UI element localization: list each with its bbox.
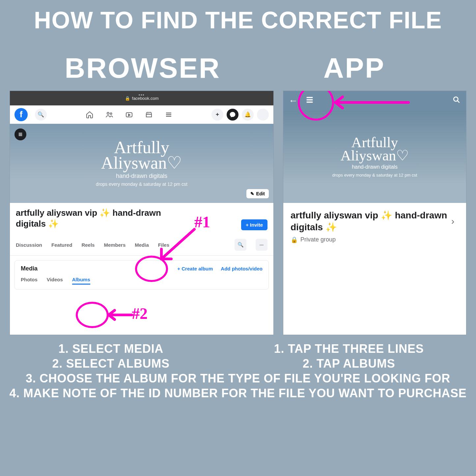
- app-cover-brand2: Aliyswan: [341, 148, 396, 164]
- cover-sub2: drops every monday & saturday at 12 pm c…: [96, 182, 187, 187]
- app-screenshot: ← Artfully Aliyswan♡ hand-drawn digitals…: [283, 91, 466, 335]
- lock-icon: 🔒: [291, 236, 298, 243]
- tab-search-icon[interactable]: 🔍: [235, 239, 246, 251]
- marketplace-icon[interactable]: [145, 111, 153, 119]
- app-header: ←: [283, 91, 466, 111]
- media-card: Media + Create album Add photos/video Ph…: [14, 260, 269, 290]
- create-album-link[interactable]: + Create album: [177, 266, 213, 271]
- tab-more-icon[interactable]: ···: [256, 239, 267, 251]
- group-cover: Artfully Aliyswan♡ hand-drawn digitals d…: [10, 124, 273, 203]
- subtab-albums[interactable]: Albums: [72, 277, 90, 285]
- svg-point-14: [454, 97, 458, 101]
- add-photos-link[interactable]: Add photos/video: [221, 266, 263, 271]
- pencil-icon: ✎: [250, 191, 254, 196]
- annotation-label-2: #2: [132, 304, 148, 322]
- tab-discussion[interactable]: Discussion: [16, 242, 42, 248]
- hamburger-icon[interactable]: [305, 95, 314, 107]
- tab-reels[interactable]: Reels: [81, 242, 95, 248]
- facebook-logo-icon[interactable]: f: [14, 108, 28, 121]
- back-icon[interactable]: ←: [289, 96, 298, 106]
- annotation-arrow-2: [105, 308, 135, 322]
- svg-point-1: [110, 113, 112, 114]
- headline: HOW TO FIND THE CORRECT FILE: [0, 7, 476, 34]
- tab-media[interactable]: Media: [135, 242, 149, 248]
- private-label: Private group: [300, 236, 336, 243]
- edit-label: Edit: [256, 191, 265, 196]
- instruction-browser-1: 1. SELECT MEDIA: [52, 341, 170, 356]
- instruction-shared-4: 4. MAKE NOTE OF THE ID NUMBER FOR THE FI…: [0, 386, 476, 401]
- instruction-shared-3: 3. CHOOSE THE ALBUM FOR THE TYPE OF FILE…: [0, 371, 476, 386]
- messenger-icon[interactable]: [227, 109, 238, 121]
- create-icon[interactable]: ＋: [211, 109, 223, 121]
- app-group-title[interactable]: artfully aliyswan vip ✨ hand-drawn digit…: [291, 210, 449, 234]
- app-cover-sub: hand-drawn digitals: [352, 164, 398, 170]
- notifications-icon[interactable]: 🔔: [242, 109, 254, 121]
- media-heading: Media: [21, 265, 38, 272]
- tab-files[interactable]: Files: [158, 242, 169, 248]
- app-cover-sub2: drops every monday & saturday at 12 pm c…: [332, 173, 417, 178]
- fb-header: f 🔍 ＋: [10, 105, 273, 124]
- cover-sub: hand-drawn digitals: [116, 173, 167, 180]
- app-cover: Artfully Aliyswan♡ hand-drawn digitals d…: [283, 111, 466, 203]
- svg-point-0: [107, 112, 109, 114]
- subtab-videos[interactable]: Videos: [47, 277, 63, 285]
- group-tabs: Discussion Featured Reels Members Media …: [10, 232, 273, 256]
- search-icon[interactable]: [452, 96, 461, 106]
- edit-button[interactable]: ✎ Edit: [246, 189, 269, 198]
- chevron-right-icon[interactable]: ›: [451, 216, 454, 227]
- instruction-app-2: 2. TAP ALBUMS: [274, 356, 424, 371]
- annotation-circle-2: [76, 302, 109, 328]
- watch-icon[interactable]: [125, 111, 133, 119]
- search-icon[interactable]: 🔍: [35, 109, 47, 121]
- invite-button[interactable]: + Invite: [241, 219, 267, 230]
- svg-line-15: [458, 100, 460, 102]
- browser-screenshot: ••• 🔒 facebook.com f 🔍: [10, 91, 273, 335]
- group-title: artfully aliyswan vip ✨ hand-drawn digit…: [16, 208, 174, 229]
- cover-brand-line2: Aliyswan: [101, 154, 167, 172]
- profile-icon[interactable]: [257, 109, 269, 121]
- instruction-app-1: 1. TAP THE THREE LINES: [274, 341, 424, 356]
- col-label-app: APP: [323, 52, 385, 84]
- group-menu-icon[interactable]: [14, 128, 26, 140]
- home-icon[interactable]: [86, 111, 94, 119]
- friends-icon[interactable]: [105, 111, 113, 119]
- instruction-browser-2: 2. SELECT ALBUMS: [52, 356, 170, 371]
- subtab-photos[interactable]: Photos: [21, 277, 38, 285]
- hamburger-icon[interactable]: [165, 111, 173, 119]
- url-bar: ••• 🔒 facebook.com: [10, 91, 273, 105]
- col-label-browser: BROWSER: [65, 52, 220, 84]
- tab-members[interactable]: Members: [104, 242, 126, 248]
- tab-featured[interactable]: Featured: [51, 242, 72, 248]
